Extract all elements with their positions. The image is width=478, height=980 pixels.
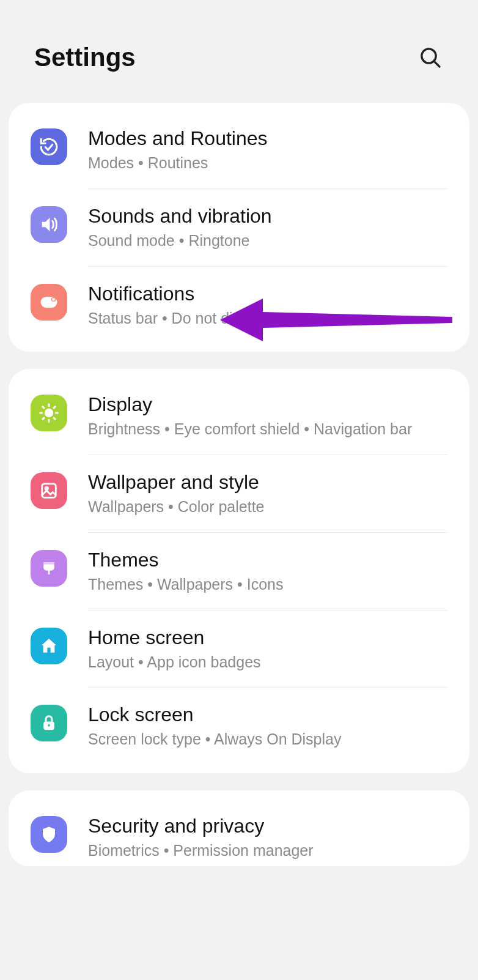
row-title: Lock screen: [88, 702, 441, 727]
row-notifications[interactable]: Notifications Status bar • Do not distur…: [9, 267, 469, 344]
row-lock-screen[interactable]: Lock screen Screen lock type • Always On…: [9, 688, 469, 765]
row-title: Wallpaper and style: [88, 470, 441, 494]
row-title: Sounds and vibration: [88, 204, 441, 228]
svg-line-1: [434, 61, 439, 67]
row-title: Notifications: [88, 281, 441, 306]
row-display[interactable]: Display Brightness • Eye comfort shield …: [9, 377, 469, 455]
row-wallpaper-style[interactable]: Wallpaper and style Wallpapers • Color p…: [9, 455, 469, 532]
shield-icon: [31, 816, 67, 853]
row-subtitle: Themes • Wallpapers • Icons: [88, 574, 441, 595]
speaker-icon: [31, 206, 67, 243]
notification-icon: [31, 284, 67, 321]
brush-icon: [31, 550, 67, 587]
row-home-screen[interactable]: Home screen Layout • App icon badges: [9, 611, 469, 688]
row-sounds-vibration[interactable]: Sounds and vibration Sound mode • Ringto…: [9, 189, 469, 266]
row-subtitle: Sound mode • Ringtone: [88, 231, 441, 251]
lock-icon: [31, 705, 67, 741]
row-modes-routines[interactable]: Modes and Routines Modes • Routines: [9, 111, 469, 188]
svg-line-12: [43, 418, 44, 419]
row-title: Display: [88, 392, 441, 417]
settings-group-3: Security and privacy Biometrics • Permis…: [9, 790, 469, 866]
settings-group-1: Modes and Routines Modes • Routines Soun…: [9, 103, 469, 352]
header: Settings: [0, 0, 478, 97]
page-title: Settings: [34, 43, 136, 72]
svg-line-10: [43, 407, 44, 408]
sun-icon: [31, 395, 67, 431]
row-title: Security and privacy: [88, 814, 441, 838]
svg-rect-16: [43, 562, 54, 565]
svg-point-15: [45, 487, 48, 490]
row-title: Home screen: [88, 625, 441, 650]
svg-line-13: [54, 407, 55, 408]
row-title: Themes: [88, 548, 441, 572]
row-subtitle: Wallpapers • Color palette: [88, 497, 441, 518]
row-themes[interactable]: Themes Themes • Wallpapers • Icons: [9, 533, 469, 610]
picture-icon: [31, 472, 67, 509]
row-title: Modes and Routines: [88, 126, 441, 150]
row-security-privacy[interactable]: Security and privacy Biometrics • Permis…: [9, 799, 469, 866]
svg-line-11: [54, 418, 55, 419]
svg-point-4: [52, 298, 55, 301]
svg-point-5: [45, 410, 52, 417]
row-subtitle: Modes • Routines: [88, 153, 441, 174]
settings-group-2: Display Brightness • Eye comfort shield …: [9, 369, 469, 773]
row-subtitle: Layout • App icon badges: [88, 652, 441, 673]
row-subtitle: Brightness • Eye comfort shield • Naviga…: [88, 419, 441, 440]
svg-rect-14: [42, 484, 56, 498]
row-subtitle: Status bar • Do not disturb: [88, 308, 441, 329]
search-button[interactable]: [417, 44, 444, 71]
modes-routines-icon: [31, 128, 67, 165]
search-icon: [418, 45, 443, 70]
row-subtitle: Screen lock type • Always On Display: [88, 729, 441, 750]
svg-point-18: [48, 724, 50, 727]
home-icon: [31, 628, 67, 664]
row-subtitle: Biometrics • Permission manager: [88, 841, 441, 861]
